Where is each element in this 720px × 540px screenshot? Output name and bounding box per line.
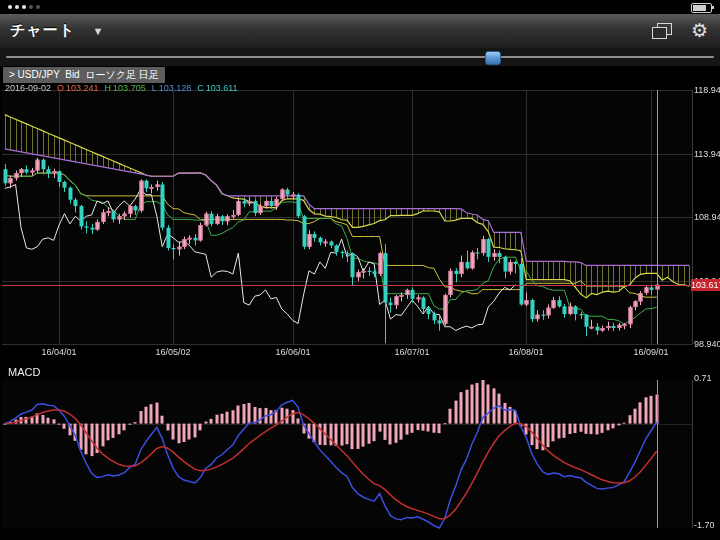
y-axis-label: 118.940 (694, 85, 720, 95)
multi-chart-layout-button[interactable] (652, 23, 672, 39)
ohlc-open: O 103.241 (57, 83, 99, 93)
x-axis-label: 16/05/02 (148, 347, 198, 357)
y-axis-label: 98.940 (694, 339, 720, 349)
slider-track[interactable] (6, 56, 714, 58)
ohlc-high: H 103.705 (105, 83, 146, 93)
x-axis-label: 16/07/01 (387, 347, 437, 357)
symbol-timeframe-chip[interactable]: > USD/JPY Bid ローソク足 日足 (3, 67, 165, 83)
battery-icon (691, 3, 712, 13)
x-axis-label: 16/08/01 (501, 347, 551, 357)
x-axis-label: 16/09/01 (626, 347, 676, 357)
settings-gear-button[interactable]: ⚙ (691, 19, 708, 43)
y-axis-label: 108.940 (694, 212, 720, 222)
x-axis-label: 16/06/01 (268, 347, 318, 357)
macd-axis-min: -1.70 (694, 520, 715, 530)
ohlc-low: L 103.128 (152, 83, 192, 93)
slider-handle[interactable] (485, 51, 501, 65)
y-axis-label: 113.940 (694, 149, 720, 159)
main-chart-canvas[interactable] (0, 66, 720, 362)
ohlc-date: 2016-09-02 (5, 83, 51, 93)
chart-scroll-slider (0, 48, 720, 67)
page-title: チャート (10, 21, 75, 40)
macd-chart-canvas[interactable] (0, 362, 720, 532)
ohlc-close: C 103.611 (197, 83, 237, 93)
signal-dots-icon (8, 5, 40, 9)
app-screen: チャート ▼ ⚙ > USD/JPY Bid ローソク足 日足 2016-09-… (0, 0, 720, 540)
macd-label: MACD (8, 366, 40, 378)
macd-axis-max: 0.71 (694, 373, 712, 383)
title-bar: チャート ▼ ⚙ (0, 14, 720, 49)
chart-dropdown-button[interactable]: ▼ (86, 23, 110, 39)
status-bar (0, 0, 720, 14)
x-axis-label: 16/04/01 (34, 347, 84, 357)
current-price-tag: 103.617 (691, 279, 720, 291)
ohlc-readout: 2016-09-02 O 103.241 H 103.705 L 103.128… (5, 83, 238, 93)
